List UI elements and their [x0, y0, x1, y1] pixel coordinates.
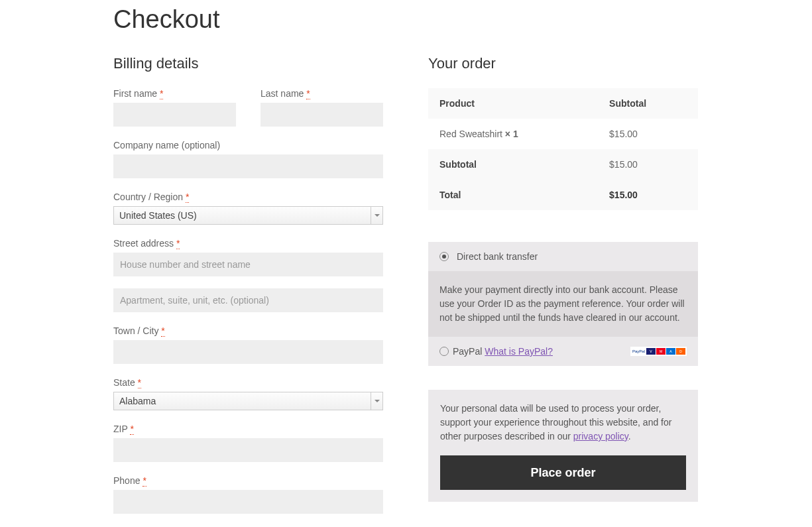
radio-selected-icon [439, 252, 449, 261]
order-footer: Your personal data will be used to proce… [428, 390, 698, 502]
state-value: Alabama [119, 396, 156, 406]
phone-input[interactable] [113, 490, 383, 514]
billing-details-section: Billing details First name * Last name *… [113, 55, 383, 527]
street-row: Street address * [113, 238, 383, 312]
what-is-paypal-link[interactable]: What is PayPal? [485, 346, 553, 357]
required-mark: * [176, 238, 180, 249]
required-mark: * [306, 88, 310, 99]
country-row: Country / Region * United States (US) [113, 192, 383, 225]
required-mark: * [138, 377, 141, 388]
mastercard-icon: M [656, 348, 666, 355]
street-input[interactable] [113, 253, 383, 276]
page-title: Checkout [113, 5, 699, 34]
phone-row: Phone * [113, 475, 383, 514]
country-select[interactable]: United States (US) [113, 206, 383, 225]
radio-unselected-icon [439, 347, 449, 356]
order-section: Your order Product Subtotal Red Sweatshi… [428, 55, 698, 527]
total-row: Total $15.00 [428, 180, 698, 210]
chevron-down-icon [371, 392, 382, 410]
subtotal-row: Subtotal $15.00 [428, 149, 698, 180]
zip-label: ZIP * [113, 424, 383, 434]
subtotal-label: Subtotal [428, 149, 598, 180]
table-header-row: Product Subtotal [428, 88, 698, 119]
product-header: Product [428, 88, 598, 119]
payment-method-paypal[interactable]: PayPal What is PayPal? PayPal V M A D [428, 337, 698, 366]
discover-icon: D [676, 348, 685, 355]
zip-row: ZIP * [113, 424, 383, 462]
paypal-icon: PayPal [632, 349, 646, 353]
city-label: Town / City * [113, 325, 383, 336]
total-value: $15.00 [598, 180, 698, 210]
required-mark: * [186, 192, 189, 203]
state-select[interactable]: Alabama [113, 392, 383, 410]
first-name-input[interactable] [113, 103, 236, 127]
last-name-label: Last name * [261, 88, 383, 99]
subtotal-header: Subtotal [598, 88, 698, 119]
privacy-notice: Your personal data will be used to proce… [440, 402, 686, 443]
street2-input[interactable] [113, 288, 383, 312]
zip-input[interactable] [113, 438, 383, 462]
required-mark: * [161, 325, 164, 337]
first-name-row: First name * [113, 88, 236, 127]
paypal-label: PayPal [453, 346, 485, 357]
city-input[interactable] [113, 340, 383, 364]
required-mark: * [160, 88, 163, 99]
street-label: Street address * [113, 238, 383, 249]
order-item-row: Red Sweatshirt × 1 $15.00 [428, 119, 698, 149]
checkout-container: Billing details First name * Last name *… [113, 55, 699, 527]
bank-transfer-description: Make your payment directly into our bank… [428, 271, 698, 337]
company-input[interactable] [113, 154, 383, 178]
last-name-input[interactable] [261, 103, 383, 127]
order-item-name: Red Sweatshirt × 1 [428, 119, 598, 149]
order-item-price: $15.00 [598, 119, 698, 149]
required-mark: * [143, 475, 146, 487]
place-order-button[interactable]: Place order [440, 455, 686, 490]
bank-transfer-label: Direct bank transfer [457, 251, 538, 262]
payment-method-bank[interactable]: Direct bank transfer [428, 242, 698, 271]
state-label: State * [113, 377, 383, 388]
country-label: Country / Region * [113, 192, 383, 202]
last-name-row: Last name * [261, 88, 383, 127]
company-row: Company name (optional) [113, 140, 383, 178]
order-item-qty: × 1 [505, 129, 518, 139]
first-name-label: First name * [113, 88, 236, 99]
payment-card-icons: PayPal V M A D [630, 347, 687, 356]
city-row: Town / City * [113, 325, 383, 364]
company-label: Company name (optional) [113, 140, 383, 150]
state-row: State * Alabama [113, 377, 383, 410]
phone-label: Phone * [113, 475, 383, 486]
visa-icon: V [646, 348, 656, 355]
amex-icon: A [666, 348, 675, 355]
subtotal-value: $15.00 [598, 149, 698, 180]
privacy-policy-link[interactable]: privacy policy [573, 431, 628, 441]
chevron-down-icon [371, 207, 382, 224]
payment-methods: Direct bank transfer Make your payment d… [428, 242, 698, 366]
required-mark: * [130, 424, 133, 435]
order-heading: Your order [428, 55, 698, 72]
order-table: Product Subtotal Red Sweatshirt × 1 $15.… [428, 88, 698, 210]
total-label: Total [428, 180, 598, 210]
country-value: United States (US) [119, 210, 197, 221]
billing-heading: Billing details [113, 55, 383, 72]
